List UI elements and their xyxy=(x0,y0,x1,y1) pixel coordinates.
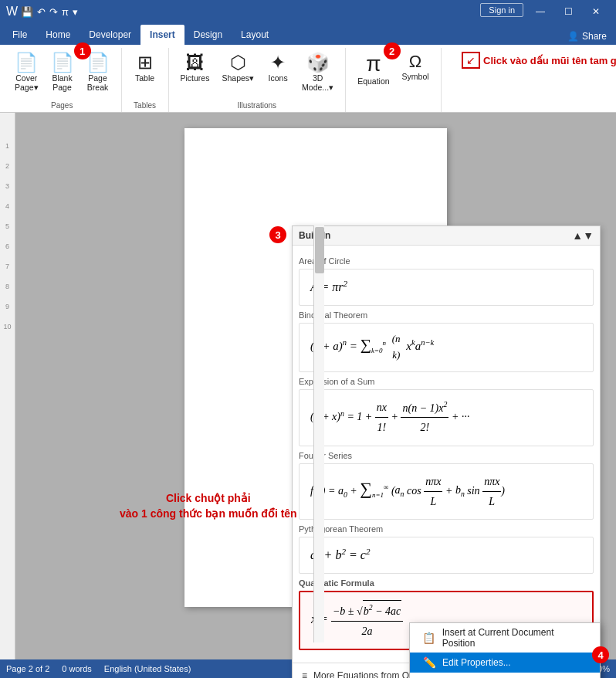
page-count: Page 2 of 2 xyxy=(6,664,49,673)
page-break-button[interactable]: 1 📄 PageBreak xyxy=(81,49,115,96)
illustrations-label: Illustrations xyxy=(238,100,277,112)
symbol-label: Symbol xyxy=(402,72,429,81)
equation-group-items: 2 π Equation Ω Symbol xyxy=(352,49,434,112)
tab-home[interactable]: Home xyxy=(36,25,80,45)
tab-insert[interactable]: Insert xyxy=(140,25,184,45)
word-icon: W xyxy=(6,5,18,19)
shapes-icon: ⬡ xyxy=(230,53,246,72)
ribbon-group-pages: 📄 CoverPage▾ 📄 BlankPage 1 📄 PageBreak P… xyxy=(3,48,122,112)
eq-item-fourier[interactable]: f(x) = a0 + ∑n=1∞ (an cos nπxL + bn sin … xyxy=(299,463,594,520)
share-button[interactable]: 👤 Share xyxy=(561,28,613,45)
sign-in-button[interactable]: Sign in xyxy=(480,3,523,17)
eq-label-fourier: Fourier Series xyxy=(299,451,594,460)
eq-math-fourier: f(x) = a0 + ∑n=1∞ (an cos nπxL + bn sin … xyxy=(310,472,582,511)
title-bar: W 💾 ↶ ↷ π ▾ Sign in — ☐ ✕ xyxy=(0,0,616,23)
ctx-insert-icon: 📋 xyxy=(422,632,436,644)
table-button[interactable]: ⊞ Table xyxy=(128,49,162,86)
symbol-button[interactable]: Ω Symbol xyxy=(397,49,435,85)
ctx-edit-properties[interactable]: 4 ✏️ Edit Properties... xyxy=(410,653,600,673)
equation-panel[interactable]: Built-In ▲▼ Area of Circle A = πr2 Binom… xyxy=(292,225,601,678)
more-eq-icon: ≡ xyxy=(302,670,307,678)
cover-page-icon: 📄 xyxy=(15,53,38,72)
undo-icon[interactable]: ↶ xyxy=(37,6,46,18)
eq-item-expansion[interactable]: (1 + x)n = 1 + nx1! + n(n − 1)x22! + ··· xyxy=(299,389,594,446)
redo-icon[interactable]: ↷ xyxy=(49,6,58,18)
ctx-edit-label: Edit Properties... xyxy=(442,657,511,668)
table-label: Table xyxy=(135,73,154,83)
equation-label: Equation xyxy=(357,76,389,86)
share-label: Share xyxy=(582,31,607,42)
icons-button[interactable]: ✦ Icons xyxy=(261,49,295,86)
share-icon: 👤 xyxy=(567,31,579,42)
tables-group-items: ⊞ Table xyxy=(128,49,162,100)
shapes-button[interactable]: ⬡ Shapes▾ xyxy=(216,49,259,86)
eq-label-quadratic: Quadratic Formula xyxy=(299,578,594,588)
ribbon-group-tables: ⊞ Table Tables xyxy=(122,48,169,112)
eq-item-binomial[interactable]: (x + a)n = ∑k=0n (n k) xkan−k xyxy=(299,323,594,372)
eq-item-area-circle[interactable]: A = πr2 xyxy=(299,269,594,306)
3d-label: 3DMode...▾ xyxy=(302,73,333,92)
tab-layout[interactable]: Layout xyxy=(232,25,278,45)
maximize-button[interactable]: ☐ xyxy=(554,0,582,23)
eq-math-expansion: (1 + x)n = 1 + nx1! + n(n − 1)x22! + ··· xyxy=(310,398,582,438)
arrow-annotation: ↙ Click vào dấu mũi tên tam giác trở ngư… xyxy=(462,52,616,69)
cover-page-button[interactable]: 📄 CoverPage▾ xyxy=(9,49,44,96)
eq-label-pythagorean: Pythagorean Theorem xyxy=(299,524,594,534)
panel-scroll-arrows[interactable]: ▲▼ xyxy=(572,229,594,242)
sign-in-area: Sign in xyxy=(480,3,523,17)
page-break-label: PageBreak xyxy=(87,73,108,92)
eq-label-area-circle: Area of Circle xyxy=(299,256,594,266)
ribbon: 📄 CoverPage▾ 📄 BlankPage 1 📄 PageBreak P… xyxy=(0,45,616,113)
eq-math-pythagorean: a2 + b2 = c2 xyxy=(310,545,582,565)
ctx-insert-label: Insert at Current Document Position xyxy=(442,627,587,649)
scrollbar-thumb[interactable] xyxy=(315,227,324,273)
ribbon-group-illustrations: 🖼 Pictures ⬡ Shapes▾ ✦ Icons 🎲 3DMode...… xyxy=(169,48,347,112)
minimize-button[interactable]: — xyxy=(526,0,554,23)
dropdown-icon[interactable]: ▾ xyxy=(73,6,78,18)
page-break-icon: 📄 xyxy=(86,53,110,72)
equation-panel-scrollbar[interactable] xyxy=(313,225,324,642)
main-area: 1 2 3 4 5 6 7 8 9 10 Built-In ▲▼ Area of… xyxy=(0,113,616,659)
arrow-box-icon: ↙ xyxy=(462,52,480,69)
step1-badge: 1 xyxy=(74,42,91,59)
step2-badge: 2 xyxy=(384,42,401,59)
tab-file[interactable]: File xyxy=(3,25,36,45)
word-count: 0 words xyxy=(62,664,92,673)
blank-page-icon: 📄 xyxy=(51,53,74,72)
pages-group-label: Pages xyxy=(51,100,73,112)
step3-annotation: Click chuột phải vào 1 công thức bạn muố… xyxy=(120,491,297,521)
equation-panel-header: Built-In ▲▼ xyxy=(293,226,600,246)
pi-icon[interactable]: π xyxy=(62,6,69,18)
eq-label-binomial: Binomial Theorem xyxy=(299,310,594,320)
ribbon-group-equation: 2 π Equation Ω Symbol ↙ Click vào dấu mũ… xyxy=(346,48,441,112)
title-bar-icons: 💾 ↶ ↷ π ▾ xyxy=(21,6,78,18)
pictures-button[interactable]: 🖼 Pictures xyxy=(175,49,215,86)
tab-developer[interactable]: Developer xyxy=(80,25,140,45)
step4-badge: 4 xyxy=(592,646,609,663)
icons-icon: ✦ xyxy=(270,53,286,72)
equation-button[interactable]: 2 π Equation xyxy=(352,49,394,90)
cover-page-label: CoverPage▾ xyxy=(15,73,39,92)
tab-design[interactable]: Design xyxy=(184,25,232,45)
eq-math-area-circle: A = πr2 xyxy=(310,277,582,297)
eq-math-binomial: (x + a)n = ∑k=0n (n k) xkan−k xyxy=(310,331,582,364)
blank-page-button[interactable]: 📄 BlankPage xyxy=(46,49,80,96)
tab-bar: File Home Developer Insert Design Layout… xyxy=(0,23,616,45)
equation-icon: π xyxy=(366,53,381,75)
close-button[interactable]: ✕ xyxy=(582,0,610,23)
icons-label: Icons xyxy=(269,73,288,83)
3d-icon: 🎲 xyxy=(306,53,330,72)
pictures-icon: 🖼 xyxy=(186,53,205,72)
equation-panel-scroll[interactable]: Area of Circle A = πr2 Binomial Theorem … xyxy=(293,246,600,663)
save-icon[interactable]: 💾 xyxy=(21,6,33,18)
ctx-insert-position[interactable]: 📋 Insert at Current Document Position xyxy=(410,623,600,653)
eq-item-pythagorean[interactable]: a2 + b2 = c2 xyxy=(299,537,594,574)
pages-group-items: 📄 CoverPage▾ 📄 BlankPage 1 📄 PageBreak xyxy=(9,49,115,100)
title-bar-controls: — ☐ ✕ xyxy=(526,0,610,23)
shapes-label: Shapes▾ xyxy=(222,73,254,83)
table-icon: ⊞ xyxy=(137,53,153,72)
3d-models-button[interactable]: 🎲 3DMode...▾ xyxy=(296,49,339,96)
context-menu: 📋 Insert at Current Document Position 4 … xyxy=(409,622,601,678)
vertical-ruler: 1 2 3 4 5 6 7 8 9 10 xyxy=(0,113,15,659)
ctx-organize-delete[interactable]: 🗂 Organize and Delete... xyxy=(410,673,600,678)
